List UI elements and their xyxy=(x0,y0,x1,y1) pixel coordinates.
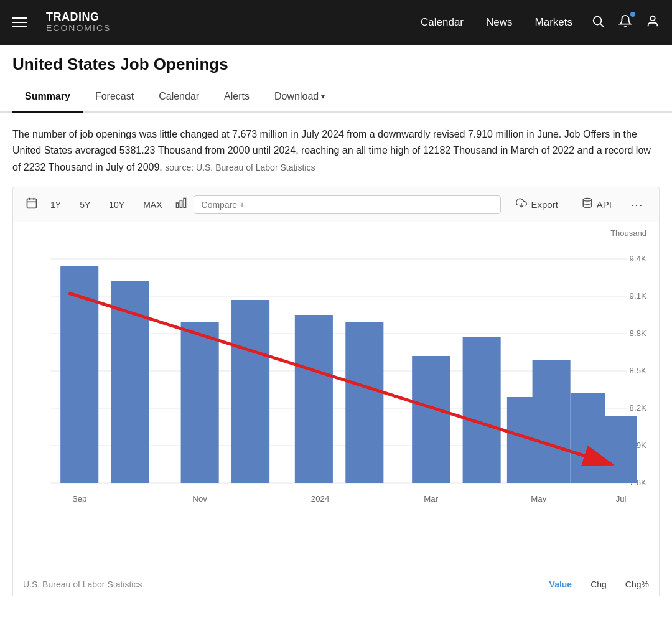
api-button[interactable]: API xyxy=(573,194,620,215)
more-options-icon[interactable]: ⋯ xyxy=(627,197,646,212)
page-title: United States Job Openings xyxy=(12,55,660,74)
search-icon[interactable] xyxy=(591,14,605,31)
logo-line1: TRADING xyxy=(46,11,111,24)
navbar: TRADING ECONOMICS Calendar News Markets xyxy=(0,0,672,45)
time-10y-button[interactable]: 10Y xyxy=(103,197,131,212)
tab-forecast[interactable]: Forecast xyxy=(83,82,146,113)
nav-calendar[interactable]: Calendar xyxy=(421,16,464,29)
site-logo[interactable]: TRADING ECONOMICS xyxy=(46,11,111,33)
svg-text:8.8K: 8.8K xyxy=(630,329,646,338)
svg-text:Sep: Sep xyxy=(72,494,87,503)
compare-input[interactable] xyxy=(194,195,502,214)
svg-rect-8 xyxy=(180,200,182,208)
chart-footer: U.S. Bureau of Labor Statistics Value Ch… xyxy=(12,573,660,596)
nav-news[interactable]: News xyxy=(486,16,513,29)
export-icon xyxy=(516,197,527,212)
page-title-bar: United States Job Openings xyxy=(0,45,672,82)
bar-jul[interactable] xyxy=(602,416,637,483)
footer-source: U.S. Bureau of Labor Statistics xyxy=(23,579,549,589)
time-1y-button[interactable]: 1Y xyxy=(44,197,67,212)
chart-unit-label: Thousand xyxy=(19,228,653,238)
svg-text:9.4K: 9.4K xyxy=(630,254,646,263)
description-text: The number of job openings was little ch… xyxy=(12,126,660,175)
svg-point-2 xyxy=(650,16,655,20)
tab-download[interactable]: Download ▾ xyxy=(262,82,337,113)
chart-area: Thousand 9.4K 9.1K 8.8K 8.5K 8.2K 7.9K 7… xyxy=(12,222,660,573)
bar-dec[interactable] xyxy=(231,300,269,483)
bar-may[interactable] xyxy=(533,360,571,483)
bar-jan[interactable] xyxy=(295,315,333,483)
navbar-icons xyxy=(591,14,660,31)
dropdown-arrow-icon: ▾ xyxy=(321,92,325,101)
chart-type-icon[interactable] xyxy=(175,197,187,212)
svg-text:8.2K: 8.2K xyxy=(630,403,646,413)
svg-line-1 xyxy=(600,24,604,27)
api-label: API xyxy=(597,199,612,210)
time-5y-button[interactable]: 5Y xyxy=(73,197,96,212)
tab-download-label: Download xyxy=(274,91,319,102)
footer-value-label[interactable]: Value xyxy=(549,579,572,589)
svg-text:9.1K: 9.1K xyxy=(630,291,646,301)
time-max-button[interactable]: MAX xyxy=(137,197,168,212)
footer-chg-label: Chg xyxy=(590,579,607,589)
bar-mar2[interactable] xyxy=(463,337,501,483)
svg-text:May: May xyxy=(531,494,546,503)
nav-markets[interactable]: Markets xyxy=(535,16,572,29)
api-icon xyxy=(582,197,593,212)
svg-point-11 xyxy=(583,199,592,202)
tab-calendar[interactable]: Calendar xyxy=(146,82,212,113)
nav-links: Calendar News Markets xyxy=(421,16,572,29)
bell-icon[interactable] xyxy=(618,14,632,31)
svg-text:8.5K: 8.5K xyxy=(630,366,646,375)
bar-mar1[interactable] xyxy=(412,356,450,483)
logo-line2: ECONOMICS xyxy=(46,24,111,33)
export-label: Export xyxy=(531,199,558,210)
tabs-bar: Summary Forecast Calendar Alerts Downloa… xyxy=(0,82,672,113)
footer-chgpct-label: Chg% xyxy=(625,579,649,589)
description-section: The number of job openings was little ch… xyxy=(0,113,672,187)
tab-summary[interactable]: Summary xyxy=(12,82,83,113)
hamburger-menu[interactable] xyxy=(12,17,27,27)
svg-text:Nov: Nov xyxy=(192,494,207,503)
bar-sep[interactable] xyxy=(60,266,98,483)
svg-rect-3 xyxy=(27,199,37,208)
export-button[interactable]: Export xyxy=(507,194,566,215)
svg-rect-7 xyxy=(176,203,178,208)
svg-text:Mar: Mar xyxy=(424,494,438,503)
svg-text:Jul: Jul xyxy=(616,494,627,503)
calendar-icon[interactable] xyxy=(26,197,38,212)
trend-line xyxy=(68,293,611,464)
bar-jun[interactable] xyxy=(571,393,605,483)
chart-toolbar: 1Y 5Y 10Y MAX Export API ⋯ xyxy=(12,187,660,222)
bar-chart-svg: 9.4K 9.1K 8.8K 8.5K 8.2K 7.9K 7.6K xyxy=(19,240,653,539)
chart-svg-container: 9.4K 9.1K 8.8K 8.5K 8.2K 7.9K 7.6K xyxy=(19,240,653,541)
svg-text:2024: 2024 xyxy=(311,494,329,503)
bar-feb[interactable] xyxy=(345,322,383,483)
bar-nov[interactable] xyxy=(181,322,219,483)
tab-alerts[interactable]: Alerts xyxy=(212,82,262,113)
svg-rect-9 xyxy=(184,199,185,208)
user-icon[interactable] xyxy=(646,14,660,31)
